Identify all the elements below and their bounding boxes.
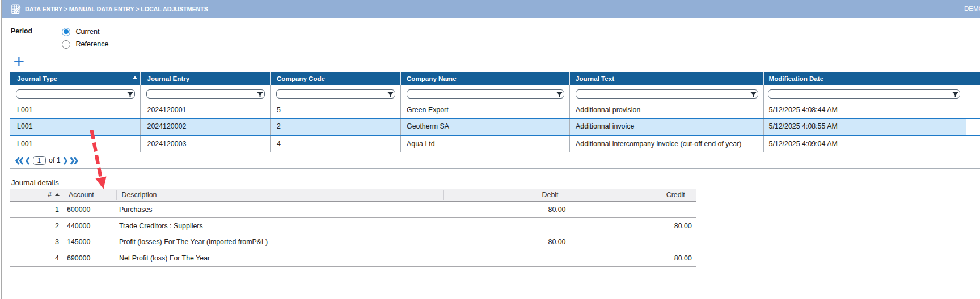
filter-funnel-icon[interactable] xyxy=(387,92,394,98)
header-separator xyxy=(140,72,141,85)
radio-reference-label[interactable]: Reference xyxy=(76,40,109,48)
cell-account: 440000 xyxy=(67,218,120,234)
cell-debit: 80.00 xyxy=(443,202,566,217)
cell-company-name[interactable]: Geotherm SA xyxy=(401,118,570,135)
cell-company-code[interactable]: 4 xyxy=(271,136,401,152)
column-header-description-label: Description xyxy=(122,191,157,199)
journal-row-1[interactable]: L001 2024120001 5 Green Export Additionn… xyxy=(10,102,980,118)
pagination-total-pages: 1 xyxy=(57,156,61,164)
cell-company-name[interactable]: Green Export xyxy=(401,102,570,118)
column-header-num-label: # xyxy=(48,191,52,199)
header-separator xyxy=(763,72,764,85)
column-header-credit[interactable]: Credit xyxy=(571,189,685,202)
filter-input-modification-date[interactable] xyxy=(768,89,960,99)
cell-journal-text[interactable]: Additionnal intercompany invoice (cut-of… xyxy=(570,136,764,152)
journal-details-title: Journal details xyxy=(11,178,59,187)
header-separator xyxy=(569,72,570,85)
column-header-num[interactable]: # xyxy=(10,189,52,202)
pagination-bar: of 1 xyxy=(10,152,980,169)
cell-journal-entry[interactable]: 2024120002 xyxy=(141,118,271,135)
cell-journal-type[interactable]: L001 xyxy=(10,136,141,152)
cell-credit: 80.00 xyxy=(571,218,692,234)
header-separator xyxy=(64,190,64,200)
filter-funnel-icon[interactable] xyxy=(127,92,133,98)
radio-current[interactable]: Current xyxy=(62,27,100,36)
header-separator xyxy=(116,190,117,200)
sort-asc-icon xyxy=(55,193,60,196)
column-header-journal-text[interactable]: Journal Text xyxy=(570,72,764,85)
radio-current-label[interactable]: Current xyxy=(76,28,100,36)
cell-description: Trade Creditors : Suppliers xyxy=(119,218,442,234)
radio-current-circle[interactable] xyxy=(62,28,70,36)
detail-row-2[interactable]: 2 440000 Trade Creditors : Suppliers 80.… xyxy=(10,218,696,234)
first-page-button[interactable] xyxy=(15,157,24,165)
filter-funnel-icon[interactable] xyxy=(952,92,958,98)
cell-journal-type[interactable]: L001 xyxy=(10,102,141,118)
header-separator xyxy=(966,72,966,85)
column-header-journal-type[interactable]: Journal Type xyxy=(10,72,141,85)
column-header-journal-entry[interactable]: Journal Entry xyxy=(141,72,271,85)
cell-credit: 80.00 xyxy=(571,250,692,266)
radio-reference[interactable]: Reference xyxy=(62,40,109,49)
cell-account: 145000 xyxy=(67,234,120,250)
header-separator xyxy=(270,72,271,85)
cell-num: 4 xyxy=(10,250,59,266)
filter-input-company-code[interactable] xyxy=(276,89,395,99)
filter-funnel-icon[interactable] xyxy=(257,92,263,98)
column-header-company-code[interactable]: Company Code xyxy=(271,72,401,85)
column-header-journal-text-label: Journal Text xyxy=(576,75,614,82)
cell-modification-date[interactable]: 5/12/2025 4:09:04 AM xyxy=(764,136,966,152)
app-root: DATA ENTRY > MANUAL DATA ENTRY > LOCAL A… xyxy=(0,0,980,299)
filter-input-journal-text[interactable] xyxy=(576,89,758,99)
cell-modification-date[interactable]: 5/12/2025 4:08:44 AM xyxy=(764,102,966,118)
column-header-company-code-label: Company Code xyxy=(277,75,325,82)
cell-num: 3 xyxy=(10,234,59,250)
pagination-of-text: of xyxy=(49,156,54,164)
column-header-modification-date[interactable]: Modification Date xyxy=(764,72,966,85)
selected-row-border-bottom xyxy=(10,135,980,136)
page-left-border xyxy=(1,0,2,299)
last-page-button[interactable] xyxy=(70,157,78,165)
filter-input-journal-entry[interactable] xyxy=(146,89,265,99)
cell-modification-date[interactable]: 5/12/2025 4:08:55 AM xyxy=(764,118,966,135)
next-page-button[interactable] xyxy=(63,157,67,165)
selected-row-border-top xyxy=(10,118,980,119)
cell-debit xyxy=(443,250,566,266)
radio-current-dot xyxy=(64,29,69,35)
journal-row-2-selected[interactable]: L001 2024120002 2 Geotherm SA Additionna… xyxy=(10,118,980,135)
cell-company-code[interactable]: 2 xyxy=(271,118,401,135)
cell-journal-type[interactable]: L001 xyxy=(10,118,141,135)
column-header-debit[interactable]: Debit xyxy=(443,189,559,202)
detail-row-1[interactable]: 1 600000 Purchases 80.00 xyxy=(10,202,696,218)
add-journal-button[interactable] xyxy=(14,57,24,66)
filter-input-company-name[interactable] xyxy=(407,89,564,99)
column-header-description[interactable]: Description xyxy=(122,189,157,202)
column-header-account-label: Account xyxy=(69,191,94,199)
cell-journal-text[interactable]: Additionnal invoice xyxy=(570,118,764,135)
sort-asc-icon xyxy=(133,76,137,79)
journal-row-3[interactable]: L001 2024120003 4 Aqua Ltd Additionnal i… xyxy=(10,136,980,152)
cell-journal-text[interactable]: Additionnal provision xyxy=(570,102,764,118)
detail-row-4[interactable]: 4 690000 Net Profit (loss) For The Year … xyxy=(10,250,696,267)
detail-row-3[interactable]: 3 145000 Profit (losses) For The Year (i… xyxy=(10,234,696,250)
filter-funnel-icon[interactable] xyxy=(556,92,563,98)
cell-journal-entry[interactable]: 2024120003 xyxy=(141,136,271,152)
cell-journal-entry[interactable]: 2024120001 xyxy=(141,102,271,118)
column-header-journal-entry-label: Journal Entry xyxy=(147,75,190,82)
filter-input-journal-type[interactable] xyxy=(16,89,135,99)
header-separator xyxy=(400,72,401,85)
previous-page-button[interactable] xyxy=(26,157,30,165)
filter-funnel-icon[interactable] xyxy=(750,92,757,98)
cell-num: 2 xyxy=(10,218,59,234)
cell-description: Purchases xyxy=(119,202,442,217)
radio-reference-circle[interactable] xyxy=(62,40,70,49)
cell-description: Net Profit (loss) For The Year xyxy=(119,250,442,266)
cell-company-code[interactable]: 5 xyxy=(271,102,401,118)
column-header-company-name[interactable]: Company Name xyxy=(401,72,570,85)
page-number-input[interactable] xyxy=(33,156,46,165)
environment-label: DEMO xyxy=(964,0,980,18)
column-header-account[interactable]: Account xyxy=(69,189,94,202)
cell-description: Profit (losses) For The Year (imported f… xyxy=(119,234,442,250)
cell-account: 600000 xyxy=(67,202,120,217)
cell-company-name[interactable]: Aqua Ltd xyxy=(401,136,570,152)
